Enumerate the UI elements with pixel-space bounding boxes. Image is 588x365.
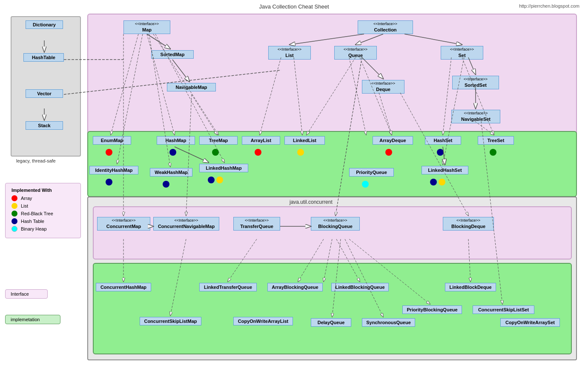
legacy-region: [11, 16, 81, 157]
hashset-box: HashSet: [425, 136, 461, 145]
identityhashmap-dot: [106, 179, 112, 185]
dictionary-box: Dictionary: [26, 20, 63, 29]
transferqueue-box: <<Interface>> TransferQueue: [233, 217, 280, 231]
enummap-box: EnumMap: [93, 136, 131, 145]
copyonwritearrayset-box: CopyOnWriteArraySet: [500, 318, 560, 327]
hashset-dot: [437, 149, 444, 156]
linkedhashset-box: LinkedHashSet: [422, 166, 468, 174]
linkedlist-box: LinkedList: [284, 136, 325, 145]
hashmap-dot: [169, 149, 176, 156]
priorityqueue-dot: [362, 181, 369, 188]
collection-box: <<Interface>> Collection: [358, 20, 413, 34]
sortedset-box: <<Interface>> SortedSet: [452, 76, 499, 89]
arraylist-dot: [255, 149, 261, 156]
linkedtransferqueue-box: LinkedTransferQueue: [199, 283, 257, 291]
blockingdeque-box: <<Interface>> BlockingDeque: [443, 217, 494, 231]
treeset-dot: [490, 149, 496, 156]
hashmap-box: HashMap: [157, 136, 195, 145]
treemap-dot: [212, 149, 219, 156]
arrayblockingqueue-box: ArrayBlockingQueue: [267, 283, 323, 291]
page-url: http://pierrchen.blogspot.com: [519, 3, 579, 9]
linkedlist-dot: [297, 149, 304, 156]
legacy-label: legacy, thread-safe: [16, 158, 56, 163]
copyonwritearraylist-box: CopyOnWriteArrayList: [233, 317, 293, 325]
concurrent-label: java.util.concurrent: [290, 199, 333, 205]
legend-title: Implemented With: [11, 188, 75, 193]
legend-impl-box: implemetation: [5, 315, 60, 324]
linkedhashset-dot1: [430, 179, 437, 185]
linkedhashmap-box: LinkedHashMap: [199, 164, 248, 172]
concurrentskiplistset-box: ConcurrentSkipListSet: [473, 305, 534, 314]
navigablemap-box: NavigableMap: [167, 83, 216, 91]
hashtable-box: HashTable: [23, 53, 64, 62]
legend-hashtable: Hash Table: [11, 218, 75, 224]
legend-array: Array: [11, 195, 75, 201]
linkedblockdeque-box: LinkedBlockDeque: [445, 283, 496, 291]
arraydeque-box: ArrayDeque: [373, 136, 413, 145]
treeset-box: TreeSet: [478, 136, 514, 145]
legend-box: Implemented With Array List Red-Black Tr…: [5, 183, 81, 238]
sortedmap-box: SortedMap: [151, 50, 194, 59]
identityhashmap-box: IdentityHashMap: [89, 166, 138, 174]
page-title: Java Collection Cheat Sheet: [259, 3, 329, 10]
arraydeque-dot: [385, 149, 392, 156]
synchronousqueue-box: SynchronousQueue: [362, 318, 415, 327]
arraylist-box: ArrayList: [242, 136, 280, 145]
linkedhashset-dot2: [439, 179, 445, 185]
vector-box: Vector: [26, 89, 63, 98]
concurrentmap-box: <<Interface>> ConcurrentMap: [97, 217, 150, 231]
concurrentnavigablemap-box: <<Interface>> ConcurrentNavigableMap: [153, 217, 219, 231]
deque-box: <<Interface>> Deque: [362, 80, 404, 94]
stack-box: Stack: [26, 121, 63, 130]
weakhashmap-box: WeakHashMap: [150, 168, 192, 177]
treemap-box: TreeMap: [199, 136, 238, 145]
linkedblockingqueue-box: LinkedBlockingQueue: [331, 283, 389, 291]
map-box: <<Interface>> Map: [123, 20, 170, 34]
priorityqueue-box: PriorityQueue: [349, 168, 394, 177]
priorityblockingqueue-box: PriorityBlockingQueue: [402, 305, 462, 314]
set-box: <<Interface>> Set: [441, 46, 483, 60]
legend-interface-box: Interface: [5, 289, 48, 299]
weakhashmap-dot: [163, 181, 169, 188]
legend-binaryheap: Binary Heap: [11, 226, 75, 232]
queue-box: <<Interface>> Queue: [334, 46, 377, 60]
list-box: <<Interface>> List: [268, 46, 311, 60]
legend-list: List: [11, 203, 75, 209]
concurrenthashmap-box: ConcurrentHashMap: [96, 283, 151, 291]
linkedhashmap-dot1: [208, 177, 215, 183]
enummap-dot: [106, 149, 112, 156]
concurrent-interfaces-region: [93, 206, 572, 259]
legend-rbtree: Red-Black Tree: [11, 211, 75, 217]
linkedhashmap-dot2: [216, 177, 223, 183]
delayqueue-box: DelayQueue: [311, 318, 351, 327]
blockingqueue-box: <<Interface>> BlockingQueue: [311, 217, 360, 231]
concurrentskiplistmap-box: ConcurrentSkipListMap: [140, 317, 201, 325]
navigableset-box: <<Interface>> NavigableSet: [451, 110, 500, 123]
